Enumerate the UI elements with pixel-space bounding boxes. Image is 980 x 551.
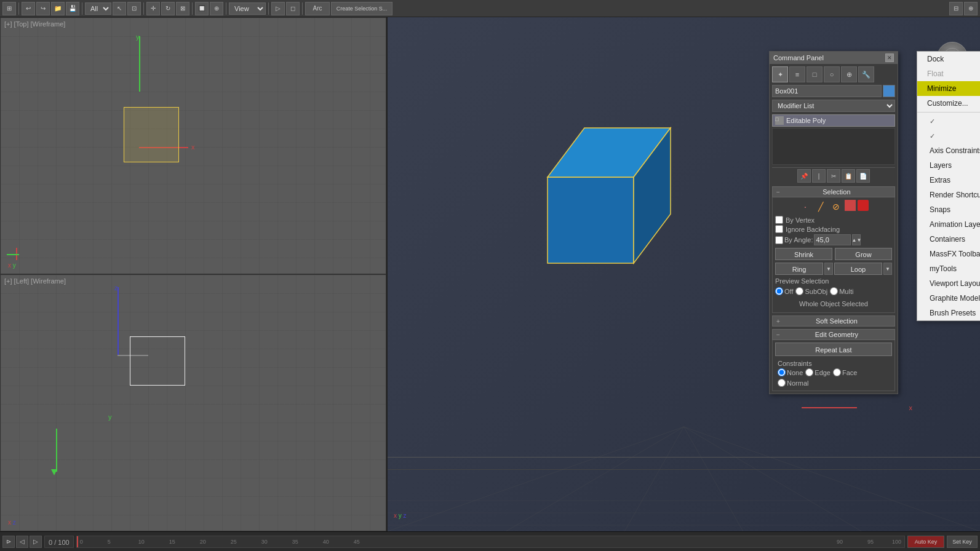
ctx-animation-layers[interactable]: Animation Layers <box>917 217 980 232</box>
rotate-tool[interactable]: ↻ <box>161 2 175 15</box>
timeline-prev-btn[interactable]: ◁ <box>16 536 28 548</box>
redo-button[interactable]: ↪ <box>36 2 50 15</box>
object-name-input[interactable] <box>772 85 882 97</box>
ctx-axis-constraints[interactable]: Axis Constraints <box>917 143 980 158</box>
separator <box>302 2 303 15</box>
angle-spin[interactable]: ▲▼ <box>852 234 861 245</box>
grow-button[interactable]: Grow <box>835 248 892 260</box>
create-selection[interactable]: Create Selection S... <box>331 2 392 15</box>
top-viewport[interactable]: [+] [Top] [Wireframe] y x x y <box>0 17 386 274</box>
bottom-icon-paste[interactable]: 📄 <box>856 169 870 183</box>
bottom-icon-toggle[interactable]: | <box>812 169 826 183</box>
timeline-play-btn[interactable]: ⊳ <box>2 536 15 548</box>
open-button[interactable]: 📁 <box>51 2 65 15</box>
bottom-icon-pin[interactable]: 📌 <box>797 169 811 183</box>
command-panel-titlebar[interactable]: Command Panel ✕ <box>770 52 898 64</box>
ctx-snaps[interactable]: Snaps <box>917 202 980 217</box>
repeat-last-button[interactable]: Repeat Last <box>775 343 892 356</box>
bottom-icon-copy[interactable]: 📋 <box>842 169 855 183</box>
ctx-brush-presets[interactable]: Brush Presets <box>917 306 980 320</box>
preview-multi-radio[interactable]: Multi <box>830 287 853 295</box>
border-select-icon[interactable]: ⊘ <box>829 200 843 213</box>
ctx-viewport-layout[interactable]: Viewport Layout Tabs <box>917 276 980 291</box>
angle-value-input[interactable] <box>814 234 851 245</box>
ctx-massfx[interactable]: MassFX Toolbar <box>917 247 980 261</box>
view-dropdown[interactable]: View <box>229 2 266 15</box>
ctx-command-panel[interactable]: ✓ Command Panel <box>917 114 980 129</box>
constraint-edge[interactable]: Edge <box>805 368 831 376</box>
render-frame[interactable]: ◻ <box>286 2 300 15</box>
snap-toggle[interactable]: 🔲 <box>195 2 209 15</box>
box-top[interactable] <box>124 107 179 162</box>
loop-spin[interactable]: ▼ <box>883 263 892 275</box>
set-key-btn[interactable]: Set Key <box>947 536 978 548</box>
select-region[interactable]: ⊡ <box>127 2 141 15</box>
arc-button[interactable]: Arc <box>305 2 330 15</box>
ctx-customize[interactable]: Customize... <box>917 96 980 111</box>
ctx-render-shortcuts[interactable]: Render Shortcuts <box>917 188 980 202</box>
edge-select-icon[interactable]: ╱ <box>814 200 827 213</box>
poly-select-icon[interactable] <box>845 200 856 211</box>
timeline-cursor[interactable] <box>77 536 78 547</box>
ring-button[interactable]: Ring <box>775 263 823 275</box>
ctx-sep1 <box>917 112 980 113</box>
ring-spin[interactable]: ▼ <box>824 263 833 275</box>
extra-tool-1[interactable]: ⊟ <box>949 2 963 15</box>
preview-off-radio[interactable]: Off <box>775 287 793 295</box>
tab-utilities[interactable]: 🔧 <box>858 66 874 82</box>
auto-key-btn[interactable]: Auto Key <box>907 536 944 548</box>
timeline-next-btn[interactable]: ▷ <box>30 536 42 548</box>
ctx-mytools[interactable]: myTools <box>917 261 980 276</box>
perspective-grid <box>388 378 980 531</box>
box-left[interactable] <box>130 336 185 386</box>
app-icon[interactable]: ⊞ <box>2 2 16 15</box>
tick-25: 25 <box>231 539 237 545</box>
move-tool[interactable]: ✛ <box>146 2 160 15</box>
preview-subobj-radio[interactable]: SubObj <box>795 287 827 295</box>
constraint-normal[interactable]: Normal <box>778 379 808 387</box>
selection-section-header[interactable]: − Selection <box>772 186 895 197</box>
tab-create[interactable]: ✦ <box>772 66 788 82</box>
ctx-main-toolbar[interactable]: ✓ Main Toolbar <box>917 129 980 143</box>
ctx-graphite[interactable]: Graphite Modeling Tools <box>917 291 980 306</box>
undo-button[interactable]: ↩ <box>22 2 35 15</box>
shrink-button[interactable]: Shrink <box>775 248 832 260</box>
snap-options[interactable]: ⊕ <box>210 2 223 15</box>
select-dropdown[interactable]: All <box>85 2 111 15</box>
editable-poly-item[interactable]: □ Editable Poly <box>772 114 895 127</box>
select-tool[interactable]: ↖ <box>113 2 126 15</box>
ignore-backfacing-checkbox[interactable] <box>775 225 783 233</box>
edit-geometry-title: Edit Geometry <box>783 331 891 338</box>
vertex-select-icon[interactable]: · <box>799 200 812 213</box>
constraint-none[interactable]: None <box>778 368 803 376</box>
element-select-icon[interactable] <box>858 200 869 211</box>
modifier-list-dropdown[interactable]: Modifier List <box>772 100 895 112</box>
ctx-dock[interactable]: Dock ▶ <box>917 52 980 66</box>
by-vertex-checkbox[interactable] <box>775 216 783 224</box>
edit-geometry-header[interactable]: − Edit Geometry <box>772 329 895 340</box>
by-angle-checkbox[interactable] <box>775 236 783 244</box>
ctx-containers[interactable]: Containers <box>917 232 980 247</box>
color-swatch[interactable] <box>883 85 895 97</box>
timeline-bar[interactable]: 0 5 10 15 20 25 30 35 40 45 90 95 100 <box>76 536 905 548</box>
ctx-extras[interactable]: Extras <box>917 173 980 188</box>
render-button[interactable]: ▷ <box>271 2 285 15</box>
tick-15: 15 <box>169 539 175 545</box>
soft-selection-header[interactable]: + Soft Selection <box>772 315 895 327</box>
ctx-minimize[interactable]: Minimize <box>917 81 980 96</box>
command-panel-close[interactable]: ✕ <box>885 54 894 62</box>
constraint-face[interactable]: Face <box>833 368 857 376</box>
bottom-icon-cut[interactable]: ✂ <box>827 169 840 183</box>
scale-tool[interactable]: ⊠ <box>176 2 189 15</box>
tab-hierarchy[interactable]: □ <box>807 66 823 82</box>
save-button[interactable]: 💾 <box>66 2 79 15</box>
extra-tool-2[interactable]: ⊕ <box>964 2 978 15</box>
svg-line-5 <box>684 427 981 531</box>
loop-button[interactable]: Loop <box>834 263 882 275</box>
tab-modify[interactable]: ≡ <box>789 66 805 82</box>
tab-display[interactable]: ⊕ <box>841 66 857 82</box>
left-viewport[interactable]: [+] [Left] [Wireframe] z y x z <box>0 274 386 531</box>
selection-section-content: · ╱ ⊘ By Vertex Ignore Backfacin <box>772 197 895 313</box>
ctx-layers[interactable]: Layers <box>917 158 980 173</box>
tab-motion[interactable]: ○ <box>824 66 840 82</box>
